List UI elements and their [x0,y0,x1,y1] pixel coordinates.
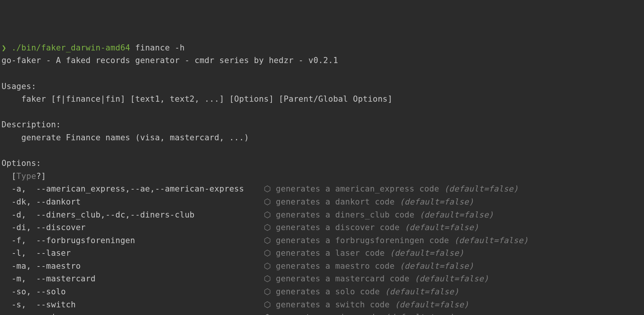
option-desc: generates a visa code [276,313,380,315]
command-path: ./bin/faker_darwin-amd64 [11,43,130,52]
option-bullet-icon: ⬡ [264,300,271,309]
option-long: --discover [36,223,259,232]
option-short: -so, [11,287,36,296]
option-bullet-icon: ⬡ [264,236,271,245]
prompt-line: ❯ ./bin/faker_darwin-amd64 finance -h [2,43,185,52]
option-long: --dankort [36,197,259,206]
option-long: --solo [36,287,259,296]
option-short: -dk, [11,197,36,206]
option-desc: generates a diners_club code [276,210,414,219]
option-default: (default=false) [415,274,489,283]
option-desc: generates a mastercard code [276,274,409,283]
options-label: Options: [2,159,41,168]
option-desc: generates a maestro code [276,261,395,271]
option-default: (default=false) [405,223,479,232]
option-short: -d, [11,210,36,219]
option-default: (default=false) [400,261,474,271]
option-default: (default=true) [385,313,454,315]
usages-label: Usages: [2,82,36,91]
prompt-symbol: ❯ [2,43,7,52]
option-long: --diners_club,--dc,--diners-club [36,210,259,219]
option-bullet-icon: ⬡ [264,248,271,258]
option-long: --forbrugsforeningen [36,236,259,245]
app-header: go-faker - A faked records generator - c… [2,56,338,65]
option-desc: generates a discover code [276,223,400,232]
option-desc: generates a switch code [276,300,390,309]
option-desc: generates a american_express code [276,184,439,193]
description-label: Description: [2,120,61,129]
option-bullet-icon: ⬡ [264,287,271,296]
option-default: (default=false) [420,210,494,219]
option-desc: generates a forbrugsforeningen code [276,236,449,245]
option-default: (default=false) [390,248,464,258]
terminal-output: ❯ ./bin/faker_darwin-amd64 finance -h go… [2,42,642,315]
option-short: -a, [11,184,36,193]
option-default: (default=false) [395,300,469,309]
option-short: -v, [11,313,36,315]
type-word: Type [16,172,36,181]
description-text: generate Finance names (visa, mastercard… [21,133,249,142]
option-desc: generates a laser code [276,248,385,258]
option-bullet-icon: ⬡ [264,184,271,193]
option-long: --visa [36,313,259,315]
option-long: --mastercard [36,274,259,283]
option-short: -f, [11,236,36,245]
option-short: -ma, [11,261,36,271]
option-long: --switch [36,300,259,309]
option-short: -l, [11,248,36,258]
option-bullet-icon: ⬡ [264,261,271,271]
option-long: --american_express,--ae,--american-expre… [36,184,259,193]
option-bullet-icon: ⬢ [264,313,271,315]
option-short: -m, [11,274,36,283]
option-default: (default=false) [400,197,474,206]
option-long: --laser [36,248,259,258]
option-short: -s, [11,300,36,309]
option-bullet-icon: ⬡ [264,197,271,206]
options-list: -a, --american_express,--ae,--american-e… [2,183,642,315]
option-default: (default=false) [385,287,459,296]
command-args: finance -h [135,43,185,52]
option-bullet-icon: ⬡ [264,223,271,232]
option-default: (default=false) [454,236,528,245]
option-desc: generates a solo code [276,287,380,296]
option-long: --maestro [36,261,259,271]
type-group: [Type?] [11,172,46,181]
option-desc: generates a dankort code [276,197,395,206]
option-bullet-icon: ⬡ [264,274,271,283]
usages-text: faker [f|finance|fin] [text1, text2, ...… [21,94,393,104]
option-bullet-icon: ⬡ [264,210,271,219]
option-default: (default=false) [444,184,518,193]
option-short: -di, [11,223,36,232]
